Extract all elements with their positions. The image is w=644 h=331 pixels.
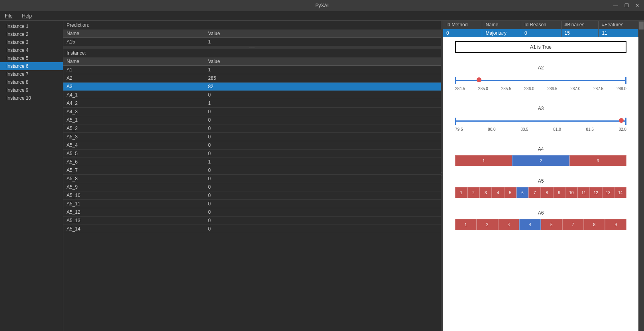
cat-cell: 1 <box>455 187 467 198</box>
range-tick-right <box>625 118 626 125</box>
minimize-button[interactable]: — <box>612 3 620 8</box>
resize-dots: ••• <box>442 171 443 181</box>
chart-area[interactable]: A1 is True A2 284.5285.0285.5286.0286.52… <box>443 37 638 331</box>
exp-table-section: Id Method Name Id Reason #Binaries #Feat… <box>443 21 638 37</box>
center-panel: Prediction: Name Value A151 • • • Instan… <box>63 21 441 331</box>
inst-row-value: 0 <box>205 116 441 124</box>
cat-cell: 1 <box>455 219 477 230</box>
range-label: 286.5 <box>547 87 557 91</box>
instance-table-container[interactable]: Name Value A11A2285A382A4_10A4_21A4_30A5… <box>63 57 441 331</box>
instance-item-3[interactable]: Instance 3 <box>0 38 63 46</box>
instance-list: Instance 1Instance 2Instance 3Instance 4… <box>0 21 63 331</box>
instance-row: A382 <box>63 83 441 91</box>
instance-item-7[interactable]: Instance 7 <box>0 70 63 78</box>
inst-row-name: A5_2 <box>63 124 205 133</box>
range-dot <box>619 118 624 123</box>
inst-row-name: A1 <box>63 66 205 74</box>
exp-col-features: #Features <box>599 21 638 29</box>
inst-row-value: 0 <box>205 141 441 150</box>
range-chart: 79.580.080.581.081.582.0 <box>455 114 626 134</box>
range-tick-right <box>625 77 626 84</box>
chart-a4: A4 123 <box>451 146 630 166</box>
exp-col-id-reason: Id Reason <box>521 21 561 29</box>
instance-item-5[interactable]: Instance 5 <box>0 54 63 62</box>
exp-col-binaries: #Binaries <box>561 21 599 29</box>
exp-name: Majoritary <box>482 29 521 37</box>
cat-cell: 9 <box>605 219 626 230</box>
chart-title: A2 <box>451 65 630 71</box>
inst-row-value: 0 <box>205 133 441 141</box>
cat-cell: 1 <box>455 155 512 166</box>
instance-item-10[interactable]: Instance 10 <box>0 94 63 102</box>
instance-row: A5_110 <box>63 200 441 208</box>
range-label: 285.5 <box>501 87 511 91</box>
inst-col-value: Value <box>205 57 441 66</box>
instance-row: A4_30 <box>63 108 441 116</box>
inst-row-value: 0 <box>205 166 441 175</box>
inst-row-value: 0 <box>205 124 441 133</box>
window-controls: — ❐ ✕ <box>612 3 641 8</box>
range-label: 80.0 <box>488 127 495 132</box>
range-label: 82.0 <box>618 127 626 132</box>
exp-features: 11 <box>599 29 638 37</box>
inst-row-value: 0 <box>205 208 441 217</box>
cat-chart: 12345789 <box>455 219 626 230</box>
app-title: PyXAI <box>315 3 328 8</box>
instance-row: A5_80 <box>63 175 441 183</box>
range-label: 286.0 <box>524 87 534 91</box>
exp-col-name: Name <box>482 21 521 29</box>
chart-title: A4 <box>451 146 630 152</box>
instance-item-6[interactable]: Instance 6 <box>0 62 63 70</box>
inst-row-name: A5_12 <box>63 208 205 217</box>
cat-chart: 1234567891011121314 <box>455 187 626 198</box>
range-label: 284.5 <box>455 87 465 91</box>
exp-col-id-method: Id Method <box>443 21 482 29</box>
cat-cell: 3 <box>498 219 520 230</box>
inst-col-name: Name <box>63 57 205 66</box>
instance-item-1[interactable]: Instance 1 <box>0 22 63 30</box>
explanation-table: Id Method Name Id Reason #Binaries #Feat… <box>443 21 638 37</box>
cat-cell: 3 <box>569 155 626 166</box>
instance-row: A5_90 <box>63 183 441 191</box>
pred-col-name: Name <box>63 30 205 38</box>
exp-binaries: 15 <box>561 29 599 37</box>
instance-row: A11 <box>63 66 441 74</box>
restore-button[interactable]: ❐ <box>623 3 630 8</box>
instance-item-4[interactable]: Instance 4 <box>0 46 63 54</box>
inst-row-name: A5_3 <box>63 133 205 141</box>
inst-row-value: 285 <box>205 74 441 83</box>
scrollbar-thumb[interactable] <box>639 22 644 30</box>
range-label: 81.0 <box>553 127 561 132</box>
title-bar: PyXAI — ❐ ✕ <box>0 0 644 11</box>
inst-row-name: A5_11 <box>63 200 205 208</box>
right-scrollbar[interactable] <box>638 21 644 331</box>
cat-cell: 4 <box>492 187 504 198</box>
inst-row-value: 0 <box>205 217 441 225</box>
instance-row: A5_40 <box>63 141 441 150</box>
instance-item-8[interactable]: Instance 8 <box>0 78 63 86</box>
prediction-section: Prediction: Name Value A151 <box>63 21 441 46</box>
instance-row: A5_10 <box>63 116 441 124</box>
prediction-table: Name Value A151 <box>63 30 441 46</box>
instance-row: A5_120 <box>63 208 441 217</box>
range-labels: 284.5285.0285.5286.0286.5287.0287.5288.0 <box>455 87 626 91</box>
cat-cell: 14 <box>614 187 626 198</box>
instance-item-2[interactable]: Instance 2 <box>0 30 63 38</box>
inst-row-name: A5_1 <box>63 116 205 124</box>
instance-row: A4_21 <box>63 99 441 108</box>
cat-cell: 13 <box>602 187 615 198</box>
inst-row-name: A5_7 <box>63 166 205 175</box>
range-line <box>455 120 626 122</box>
range-label: 285.0 <box>478 87 488 91</box>
close-button[interactable]: ✕ <box>634 3 641 8</box>
main-content: Instance 1Instance 2Instance 3Instance 4… <box>0 21 644 331</box>
range-chart: 284.5285.0285.5286.0286.5287.0287.5288.0 <box>455 74 626 94</box>
inst-row-value: 0 <box>205 183 441 191</box>
chart-a6: A6 12345789 <box>451 210 630 230</box>
cat-cell: 3 <box>479 187 492 198</box>
cat-cell: 5 <box>504 187 516 198</box>
instance-item-9[interactable]: Instance 9 <box>0 86 63 94</box>
instance-row: A5_70 <box>63 166 441 175</box>
help-menu[interactable]: Help <box>20 12 33 20</box>
file-menu[interactable]: File <box>3 12 14 20</box>
